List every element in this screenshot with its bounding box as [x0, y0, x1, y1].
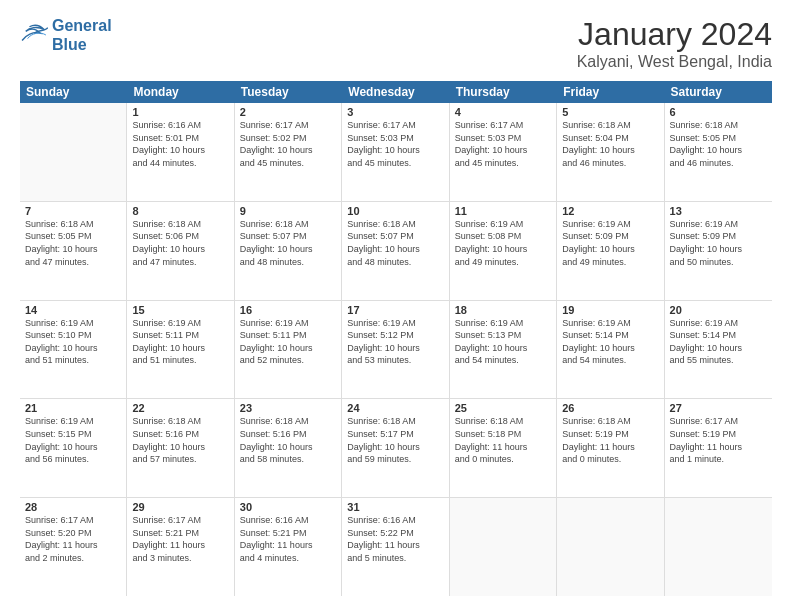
- day-info: Sunrise: 6:17 AM Sunset: 5:21 PM Dayligh…: [132, 514, 228, 564]
- day-info: Sunrise: 6:18 AM Sunset: 5:16 PM Dayligh…: [132, 415, 228, 465]
- header-friday: Friday: [557, 81, 664, 103]
- day-number: 1: [132, 106, 228, 118]
- calendar-cell-w2-d7: 13Sunrise: 6:19 AM Sunset: 5:09 PM Dayli…: [665, 202, 772, 300]
- day-info: Sunrise: 6:18 AM Sunset: 5:19 PM Dayligh…: [562, 415, 658, 465]
- calendar-cell-w3-d5: 18Sunrise: 6:19 AM Sunset: 5:13 PM Dayli…: [450, 301, 557, 399]
- day-number: 4: [455, 106, 551, 118]
- calendar-cell-w5-d4: 31Sunrise: 6:16 AM Sunset: 5:22 PM Dayli…: [342, 498, 449, 596]
- day-number: 15: [132, 304, 228, 316]
- day-number: 5: [562, 106, 658, 118]
- day-number: 26: [562, 402, 658, 414]
- calendar-week-5: 28Sunrise: 6:17 AM Sunset: 5:20 PM Dayli…: [20, 498, 772, 596]
- day-info: Sunrise: 6:19 AM Sunset: 5:15 PM Dayligh…: [25, 415, 121, 465]
- day-number: 14: [25, 304, 121, 316]
- day-info: Sunrise: 6:18 AM Sunset: 5:04 PM Dayligh…: [562, 119, 658, 169]
- calendar-cell-w1-d2: 1Sunrise: 6:16 AM Sunset: 5:01 PM Daylig…: [127, 103, 234, 201]
- calendar-cell-w5-d2: 29Sunrise: 6:17 AM Sunset: 5:21 PM Dayli…: [127, 498, 234, 596]
- calendar-cell-w2-d6: 12Sunrise: 6:19 AM Sunset: 5:09 PM Dayli…: [557, 202, 664, 300]
- calendar-week-2: 7Sunrise: 6:18 AM Sunset: 5:05 PM Daylig…: [20, 202, 772, 301]
- day-info: Sunrise: 6:17 AM Sunset: 5:03 PM Dayligh…: [347, 119, 443, 169]
- day-info: Sunrise: 6:18 AM Sunset: 5:16 PM Dayligh…: [240, 415, 336, 465]
- calendar-cell-w2-d3: 9Sunrise: 6:18 AM Sunset: 5:07 PM Daylig…: [235, 202, 342, 300]
- calendar-cell-w2-d5: 11Sunrise: 6:19 AM Sunset: 5:08 PM Dayli…: [450, 202, 557, 300]
- calendar-week-4: 21Sunrise: 6:19 AM Sunset: 5:15 PM Dayli…: [20, 399, 772, 498]
- day-number: 31: [347, 501, 443, 513]
- day-number: 29: [132, 501, 228, 513]
- calendar-cell-w5-d7: [665, 498, 772, 596]
- header-monday: Monday: [127, 81, 234, 103]
- calendar-header: Sunday Monday Tuesday Wednesday Thursday…: [20, 81, 772, 103]
- calendar-cell-w1-d3: 2Sunrise: 6:17 AM Sunset: 5:02 PM Daylig…: [235, 103, 342, 201]
- calendar-week-1: 1Sunrise: 6:16 AM Sunset: 5:01 PM Daylig…: [20, 103, 772, 202]
- day-info: Sunrise: 6:18 AM Sunset: 5:18 PM Dayligh…: [455, 415, 551, 465]
- day-info: Sunrise: 6:19 AM Sunset: 5:09 PM Dayligh…: [670, 218, 767, 268]
- day-info: Sunrise: 6:18 AM Sunset: 5:05 PM Dayligh…: [670, 119, 767, 169]
- calendar-cell-w1-d7: 6Sunrise: 6:18 AM Sunset: 5:05 PM Daylig…: [665, 103, 772, 201]
- day-number: 7: [25, 205, 121, 217]
- day-number: 9: [240, 205, 336, 217]
- day-info: Sunrise: 6:18 AM Sunset: 5:05 PM Dayligh…: [25, 218, 121, 268]
- calendar-cell-w4-d1: 21Sunrise: 6:19 AM Sunset: 5:15 PM Dayli…: [20, 399, 127, 497]
- day-info: Sunrise: 6:18 AM Sunset: 5:07 PM Dayligh…: [347, 218, 443, 268]
- day-info: Sunrise: 6:16 AM Sunset: 5:22 PM Dayligh…: [347, 514, 443, 564]
- day-number: 17: [347, 304, 443, 316]
- calendar-cell-w3-d2: 15Sunrise: 6:19 AM Sunset: 5:11 PM Dayli…: [127, 301, 234, 399]
- day-number: 20: [670, 304, 767, 316]
- calendar-cell-w5-d5: [450, 498, 557, 596]
- day-number: 16: [240, 304, 336, 316]
- calendar-cell-w5-d1: 28Sunrise: 6:17 AM Sunset: 5:20 PM Dayli…: [20, 498, 127, 596]
- calendar-cell-w4-d7: 27Sunrise: 6:17 AM Sunset: 5:19 PM Dayli…: [665, 399, 772, 497]
- day-info: Sunrise: 6:17 AM Sunset: 5:20 PM Dayligh…: [25, 514, 121, 564]
- day-number: 6: [670, 106, 767, 118]
- day-info: Sunrise: 6:16 AM Sunset: 5:01 PM Dayligh…: [132, 119, 228, 169]
- day-number: 18: [455, 304, 551, 316]
- day-number: 22: [132, 402, 228, 414]
- main-title: January 2024: [577, 16, 772, 53]
- calendar-cell-w3-d1: 14Sunrise: 6:19 AM Sunset: 5:10 PM Dayli…: [20, 301, 127, 399]
- day-number: 28: [25, 501, 121, 513]
- calendar-cell-w3-d3: 16Sunrise: 6:19 AM Sunset: 5:11 PM Dayli…: [235, 301, 342, 399]
- day-number: 2: [240, 106, 336, 118]
- day-info: Sunrise: 6:19 AM Sunset: 5:13 PM Dayligh…: [455, 317, 551, 367]
- day-info: Sunrise: 6:19 AM Sunset: 5:11 PM Dayligh…: [132, 317, 228, 367]
- day-info: Sunrise: 6:19 AM Sunset: 5:14 PM Dayligh…: [670, 317, 767, 367]
- day-info: Sunrise: 6:18 AM Sunset: 5:06 PM Dayligh…: [132, 218, 228, 268]
- calendar-cell-w3-d7: 20Sunrise: 6:19 AM Sunset: 5:14 PM Dayli…: [665, 301, 772, 399]
- calendar-cell-w4-d6: 26Sunrise: 6:18 AM Sunset: 5:19 PM Dayli…: [557, 399, 664, 497]
- day-info: Sunrise: 6:17 AM Sunset: 5:19 PM Dayligh…: [670, 415, 767, 465]
- header-sunday: Sunday: [20, 81, 127, 103]
- day-number: 24: [347, 402, 443, 414]
- day-number: 12: [562, 205, 658, 217]
- day-info: Sunrise: 6:19 AM Sunset: 5:11 PM Dayligh…: [240, 317, 336, 367]
- day-number: 8: [132, 205, 228, 217]
- calendar-cell-w1-d5: 4Sunrise: 6:17 AM Sunset: 5:03 PM Daylig…: [450, 103, 557, 201]
- header-saturday: Saturday: [665, 81, 772, 103]
- day-number: 11: [455, 205, 551, 217]
- calendar-cell-w3-d4: 17Sunrise: 6:19 AM Sunset: 5:12 PM Dayli…: [342, 301, 449, 399]
- calendar-cell-w2-d4: 10Sunrise: 6:18 AM Sunset: 5:07 PM Dayli…: [342, 202, 449, 300]
- calendar-cell-w1-d4: 3Sunrise: 6:17 AM Sunset: 5:03 PM Daylig…: [342, 103, 449, 201]
- day-info: Sunrise: 6:19 AM Sunset: 5:09 PM Dayligh…: [562, 218, 658, 268]
- calendar-cell-w2-d1: 7Sunrise: 6:18 AM Sunset: 5:05 PM Daylig…: [20, 202, 127, 300]
- calendar-cell-w1-d1: [20, 103, 127, 201]
- day-number: 25: [455, 402, 551, 414]
- calendar-cell-w5-d6: [557, 498, 664, 596]
- header-tuesday: Tuesday: [235, 81, 342, 103]
- day-number: 30: [240, 501, 336, 513]
- day-info: Sunrise: 6:19 AM Sunset: 5:10 PM Dayligh…: [25, 317, 121, 367]
- header-wednesday: Wednesday: [342, 81, 449, 103]
- calendar: Sunday Monday Tuesday Wednesday Thursday…: [20, 81, 772, 596]
- day-info: Sunrise: 6:18 AM Sunset: 5:07 PM Dayligh…: [240, 218, 336, 268]
- logo: General Blue: [20, 16, 112, 54]
- day-number: 23: [240, 402, 336, 414]
- calendar-cell-w4-d4: 24Sunrise: 6:18 AM Sunset: 5:17 PM Dayli…: [342, 399, 449, 497]
- day-number: 19: [562, 304, 658, 316]
- header: General Blue January 2024 Kalyani, West …: [20, 16, 772, 71]
- calendar-body: 1Sunrise: 6:16 AM Sunset: 5:01 PM Daylig…: [20, 103, 772, 596]
- page: General Blue January 2024 Kalyani, West …: [0, 0, 792, 612]
- day-info: Sunrise: 6:18 AM Sunset: 5:17 PM Dayligh…: [347, 415, 443, 465]
- title-section: January 2024 Kalyani, West Bengal, India: [577, 16, 772, 71]
- day-info: Sunrise: 6:19 AM Sunset: 5:12 PM Dayligh…: [347, 317, 443, 367]
- day-number: 10: [347, 205, 443, 217]
- calendar-cell-w5-d3: 30Sunrise: 6:16 AM Sunset: 5:21 PM Dayli…: [235, 498, 342, 596]
